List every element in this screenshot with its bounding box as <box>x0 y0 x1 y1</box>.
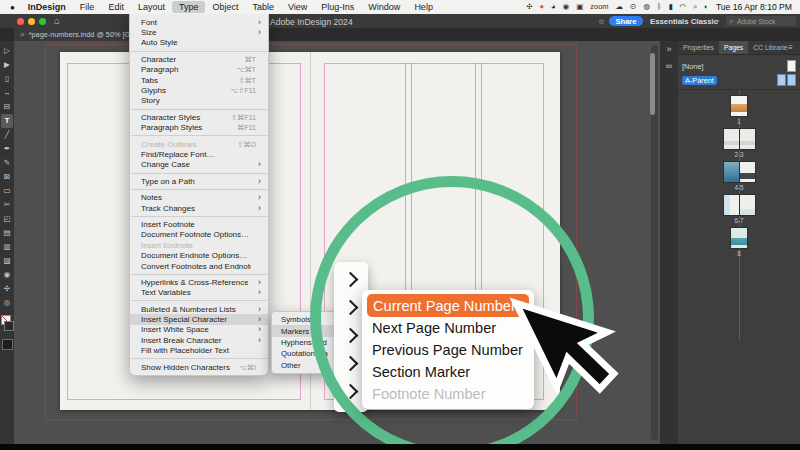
app-icon-5[interactable]: ▣ <box>576 3 583 11</box>
menu-item[interactable]: Hyperlinks & Cross-References › <box>130 277 268 287</box>
menubar-item[interactable]: Plug-Ins <box>314 1 361 13</box>
menubar-item[interactable]: View <box>281 1 314 13</box>
workspace-switcher[interactable]: Essentials Classic <box>650 17 718 26</box>
page-thumbnail-item[interactable]: 8 <box>731 228 747 257</box>
panel-menu-icon[interactable]: ≡ <box>788 43 797 52</box>
app-icon-1[interactable]: ✣ <box>526 3 532 11</box>
menubar-item[interactable]: Window <box>361 1 407 13</box>
menubar-clock[interactable]: Tue 16 Apr 8:10 PM <box>716 2 792 12</box>
menu-item[interactable]: Convert Footnotes and Endnotes… <box>130 261 268 271</box>
menu-item[interactable]: Change Case › <box>130 160 268 170</box>
menu-item[interactable]: Insert Endnote <box>130 240 268 250</box>
menu-item[interactable]: Glyphs ⌥⇧F11 <box>130 85 268 95</box>
battery-icon[interactable]: ▮ <box>668 3 672 11</box>
menu-item[interactable]: Document Endnote Options… <box>130 250 268 260</box>
parent-page-row[interactable]: A-Parent <box>682 73 796 87</box>
menu-item[interactable]: Insert Special Character › <box>130 314 268 324</box>
menu-item[interactable]: Find/Replace Font… <box>130 149 268 159</box>
link-icon[interactable]: ∞ <box>666 62 672 71</box>
menu-item[interactable] <box>131 274 267 275</box>
apple-menu-icon[interactable]: ● <box>10 3 15 12</box>
close-tab-icon[interactable]: × <box>20 30 25 39</box>
menu-item[interactable]: Track Changes › <box>130 203 268 213</box>
page-thumbnail-item[interactable]: 4-5 <box>724 162 755 191</box>
adobe-stock-search[interactable]: ⌕ <box>726 16 796 26</box>
menu-item[interactable]: Insert Footnote <box>130 219 268 229</box>
menu-item[interactable]: Notes › <box>130 192 268 202</box>
gradient-feather-tool-icon[interactable]: ▥ <box>1 240 13 254</box>
menubar-item[interactable]: Object <box>205 1 245 13</box>
menu-item[interactable] <box>131 300 267 301</box>
panel-tab[interactable]: Properties <box>678 41 719 54</box>
menu-item[interactable] <box>131 189 267 190</box>
menubar-item[interactable]: InDesign <box>21 1 73 13</box>
menu-item[interactable] <box>131 109 267 110</box>
menu-item[interactable]: Insert Break Character › <box>130 335 268 345</box>
spotlight-icon[interactable]: ⌕ <box>693 3 697 11</box>
line-tool-icon[interactable]: ╱ <box>1 128 13 142</box>
menu-item[interactable]: Show Hidden Characters ⌥⌘I <box>130 362 268 372</box>
window-close-button[interactable] <box>17 18 24 25</box>
menubar-item[interactable]: File <box>73 1 102 13</box>
page-thumbnail-item[interactable]: 2-3 <box>724 129 755 158</box>
panel-tab[interactable]: CC Librarie <box>748 41 792 54</box>
pencil-tool-icon[interactable]: ✎ <box>1 156 13 170</box>
menu-item[interactable]: Create Outlines ⇧⌘O <box>130 139 268 149</box>
play-icon[interactable]: ⊙ <box>630 3 636 11</box>
window-minimize-button[interactable] <box>28 18 35 25</box>
bluetooth-icon[interactable]: ᛒ <box>657 3 662 11</box>
note-tool-icon[interactable]: ▨ <box>1 254 13 268</box>
collapse-panels-icon[interactable]: » <box>666 45 671 54</box>
menu-item[interactable] <box>131 51 267 52</box>
selection-tool-icon[interactable]: ▷ <box>1 44 13 58</box>
menu-item[interactable]: Auto Style <box>130 38 268 48</box>
menu-item[interactable]: Text Variables › <box>130 288 268 298</box>
panel-tab[interactable]: Pages <box>719 41 748 54</box>
rectangle-tool-icon[interactable]: ▭ <box>1 184 13 198</box>
menu-item[interactable]: Font › <box>130 17 268 27</box>
menubar-item[interactable]: Help <box>407 1 440 13</box>
scissors-tool-icon[interactable]: ✂ <box>1 198 13 212</box>
home-icon[interactable]: ⌂ <box>54 15 60 26</box>
menubar-item[interactable]: Edit <box>101 1 131 13</box>
menubar-item[interactable]: Layout <box>131 1 172 13</box>
page-thumbnail-item[interactable]: 6-7 <box>724 195 755 224</box>
menubar-item[interactable]: Table <box>245 1 281 13</box>
page-tool-icon[interactable]: ▯ <box>1 72 13 86</box>
app-icon-2[interactable]: ● <box>540 3 545 11</box>
menu-item[interactable] <box>131 173 267 174</box>
menu-item[interactable]: Type on a Path › <box>130 176 268 186</box>
hand-tool-icon[interactable]: ✣ <box>1 282 13 296</box>
eyedropper-tool-icon[interactable]: ◉ <box>1 268 13 282</box>
screen-mode-button[interactable] <box>2 339 13 350</box>
menu-item[interactable]: Insert White Space › <box>130 325 268 335</box>
menu-item[interactable] <box>131 216 267 217</box>
direct-selection-tool-icon[interactable]: ▶ <box>1 58 13 72</box>
menu-item[interactable] <box>131 358 267 359</box>
menu-item[interactable] <box>131 135 267 136</box>
zoom-tool-icon[interactable]: ◎ <box>1 296 13 310</box>
share-button[interactable]: Share <box>609 16 643 26</box>
page-thumbnail-item[interactable]: 1 <box>731 96 747 125</box>
frame-tool-icon[interactable]: ⊠ <box>1 170 13 184</box>
menu-item[interactable]: Document Footnote Options… <box>130 230 268 240</box>
menu-item[interactable]: Fill with Placeholder Text <box>130 346 268 356</box>
menubar-item[interactable]: Type <box>172 1 206 13</box>
scrollbar-thumb[interactable] <box>650 53 655 115</box>
type-tool-icon[interactable]: T <box>1 114 13 128</box>
free-transform-tool-icon[interactable]: ◰ <box>1 212 13 226</box>
content-collector-tool-icon[interactable]: ⊟ <box>1 100 13 114</box>
menu-item[interactable]: Tabs ⇧⌘T <box>130 75 268 85</box>
gap-tool-icon[interactable]: ↔ <box>1 86 13 100</box>
user-icon[interactable]: ◍ <box>643 3 650 11</box>
fill-stroke-swatches[interactable] <box>1 315 13 331</box>
window-zoom-button[interactable] <box>39 18 46 25</box>
menu-item[interactable]: Paragraph Styles ⌘F11 <box>130 123 268 133</box>
pen-tool-icon[interactable]: ✒ <box>1 142 13 156</box>
zoom-menu-label[interactable]: zoom <box>590 3 608 11</box>
menu-item[interactable]: Character ⌘T <box>130 54 268 64</box>
menu-item[interactable]: Story <box>130 96 268 106</box>
control-center-icon[interactable]: ◐ <box>704 3 709 11</box>
stock-search-input[interactable] <box>737 18 787 25</box>
app-icon-4[interactable]: ◉ <box>563 3 570 11</box>
